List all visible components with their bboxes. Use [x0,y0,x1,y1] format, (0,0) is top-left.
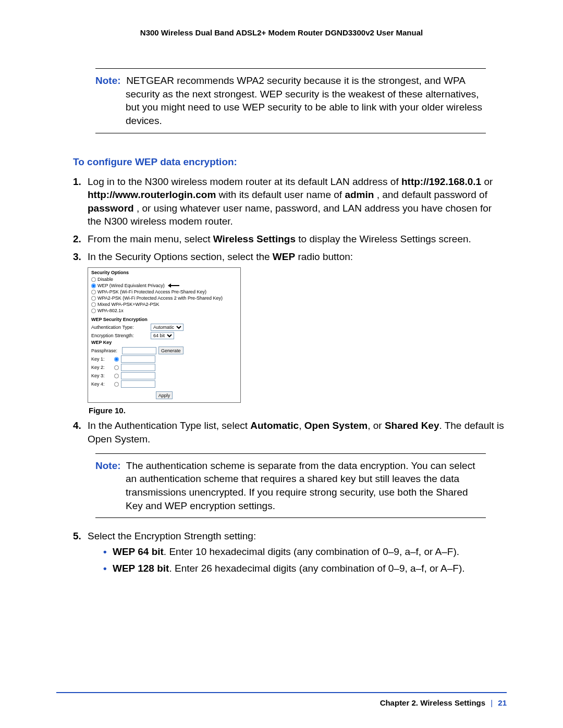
opt-wpapsk-radio[interactable] [91,290,96,294]
svg-marker-0 [168,283,179,288]
opt-label: WPA2-PSK (Wi-Fi Protected Access 2 with … [97,295,223,301]
key3-radio[interactable] [114,374,119,378]
step-number: 3. [73,250,88,264]
key3-input[interactable] [121,372,155,379]
step-text: From the main menu, select Wireless Sett… [88,232,507,246]
figure: Security Options Disable WEP (Wired Equi… [88,267,507,415]
apply-button[interactable]: Apply [156,391,173,399]
note-block-2: Note: The authentication scheme is separ… [95,453,486,519]
steps-list: 1. Log in to the N300 wireless modem rou… [73,175,507,264]
list-item: WEP 64 bit. Enter 10 hexadecimal digits … [103,545,507,559]
opt-wpa8021x-radio[interactable] [91,309,96,313]
page-footer: Chapter 2. Wireless Settings | 21 [56,692,507,707]
section-heading: To configure WEP data encryption: [73,156,507,168]
step-text: Log in to the N300 wireless modem router… [88,175,507,229]
note-lead: Note: [95,460,121,471]
note-text: The authentication scheme is separate fr… [126,460,475,511]
security-options-panel: Security Options Disable WEP (Wired Equi… [88,267,241,403]
opt-label: Disable [97,277,113,282]
opt-wep-radio[interactable] [91,283,96,288]
key1-label: Key 1: [91,356,112,362]
wep-key-label: WEP Key [91,340,237,345]
footer-divider: | [487,698,496,707]
note-lead: Note: [95,75,121,86]
step-text: In the Authentication Type list, select … [88,419,507,446]
passphrase-input[interactable] [122,347,156,354]
wep-section-title: WEP Security Encryption [91,317,237,322]
step-text: Select the Encryption Strength setting: … [88,529,507,578]
passphrase-label: Passphrase: [91,348,120,353]
bullet-list: WEP 64 bit. Enter 10 hexadecimal digits … [88,545,507,575]
opt-label: Mixed WPA-PSK+WPA2-PSK [97,302,159,307]
generate-button[interactable]: Generate [158,347,183,354]
opt-disable-radio[interactable] [91,277,96,282]
note-text: NETGEAR recommends WPA2 security because… [126,75,482,126]
steps-list-cont: 4. In the Authentication Type list, sele… [73,419,507,446]
list-item: WEP 128 bit. Enter 26 hexadecimal digits… [103,562,507,575]
auth-type-select[interactable]: Automatic [151,324,183,331]
key2-radio[interactable] [114,365,119,370]
step-number: 5. [73,529,88,578]
step-number: 4. [73,419,88,446]
opt-label: WPA-802.1x [97,308,124,313]
note-block-1: Note: NETGEAR recommends WPA2 security b… [95,68,486,133]
key2-label: Key 2: [91,365,112,370]
key3-label: Key 3: [91,373,112,378]
key1-radio[interactable] [114,357,119,362]
steps-list-cont2: 5. Select the Encryption Strength settin… [73,529,507,578]
figure-caption: Figure 10. [89,406,507,415]
step-number: 1. [73,175,88,229]
key4-label: Key 4: [91,381,112,387]
step-number: 2. [73,232,88,246]
opt-mixed-radio[interactable] [91,302,96,307]
opt-label: WPA-PSK (Wi-Fi Protected Access Pre-Shar… [97,289,206,294]
footer-chapter: Chapter 2. Wireless Settings [380,698,485,707]
key4-input[interactable] [121,380,155,388]
auth-type-label: Authentication Type: [91,325,149,330]
enc-strength-label: Encryption Strength: [91,333,149,338]
step-text: In the Security Options section, select … [88,250,507,264]
running-header: N300 Wireless Dual Band ADSL2+ Modem Rou… [56,28,507,37]
panel-title: Security Options [91,270,237,275]
enc-strength-select[interactable]: 64 bit [151,332,174,339]
key2-input[interactable] [121,364,155,371]
arrow-icon [168,283,179,288]
key1-input[interactable] [121,355,155,363]
opt-wpa2psk-radio[interactable] [91,296,96,301]
key4-radio[interactable] [114,382,119,387]
opt-label: WEP (Wired Equivalent Privacy) [97,283,165,288]
footer-page: 21 [498,698,507,707]
